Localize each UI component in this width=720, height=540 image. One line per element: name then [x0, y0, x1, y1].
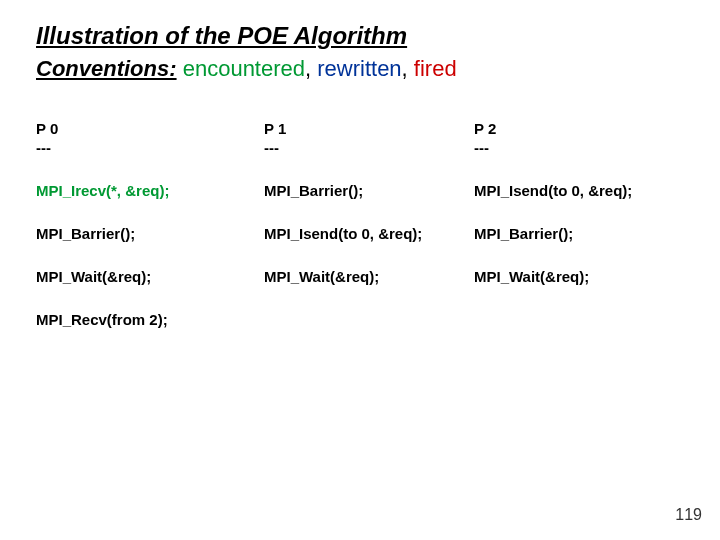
cell-p1-r1: MPI_Barrier();	[264, 182, 474, 199]
conventions-label: Conventions:	[36, 56, 177, 81]
cell-p2-r3: MPI_Wait(&req);	[474, 268, 684, 285]
cell-p0-r4: MPI_Recv(from 2);	[36, 311, 264, 328]
col-header-p1-dashes: ---	[264, 139, 474, 156]
slide-subtitle: Conventions: encountered, rewritten, fir…	[36, 56, 457, 82]
cell-p0-r1: MPI_Irecv(*, &req);	[36, 182, 264, 199]
slide-title: Illustration of the POE Algorithm	[36, 22, 407, 50]
cell-p2-r4	[474, 311, 684, 328]
col-header-p1: P 1 ---	[264, 120, 474, 156]
cell-p0-r2: MPI_Barrier();	[36, 225, 264, 242]
cell-p1-r2: MPI_Isend(to 0, &req);	[264, 225, 474, 242]
col-header-p2: P 2 ---	[474, 120, 684, 156]
cell-p1-r4	[264, 311, 474, 328]
col-header-p1-label: P 1	[264, 120, 286, 137]
conventions-encountered: encountered	[183, 56, 305, 81]
slide: Illustration of the POE Algorithm Conven…	[0, 0, 720, 540]
cell-p2-r2: MPI_Barrier();	[474, 225, 684, 242]
conventions-sep1: ,	[305, 56, 317, 81]
col-header-p0-label: P 0	[36, 120, 58, 137]
cell-p0-r3: MPI_Wait(&req);	[36, 268, 264, 285]
process-table: P 0 --- P 1 --- P 2 --- MPI_Irecv(*, &re…	[36, 120, 684, 328]
col-header-p2-dashes: ---	[474, 139, 684, 156]
conventions-rewritten: rewritten	[317, 56, 401, 81]
cell-p1-r3: MPI_Wait(&req);	[264, 268, 474, 285]
col-header-p2-label: P 2	[474, 120, 496, 137]
cell-p2-r1: MPI_Isend(to 0, &req);	[474, 182, 684, 199]
col-header-p0: P 0 ---	[36, 120, 264, 156]
col-header-p0-dashes: ---	[36, 139, 264, 156]
conventions-fired: fired	[414, 56, 457, 81]
conventions-sep2: ,	[402, 56, 414, 81]
page-number: 119	[675, 506, 702, 524]
